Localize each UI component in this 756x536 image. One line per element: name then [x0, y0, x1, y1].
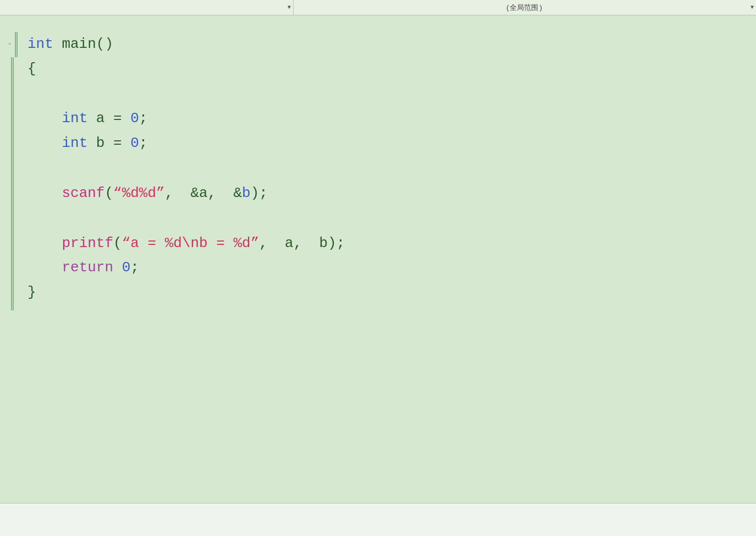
code-token: “%d%d”: [113, 181, 165, 206]
code-token: [27, 181, 62, 206]
code-token: int: [27, 32, 53, 57]
left-dropdown-arrow[interactable]: ▼: [288, 4, 291, 10]
right-dropdown-arrow[interactable]: ▼: [751, 4, 754, 10]
scope-label: (全局范围): [298, 3, 751, 13]
code-token: (: [104, 181, 113, 206]
code-token: , a, b);: [259, 231, 345, 256]
bottom-panel: [0, 503, 756, 536]
code-token: [27, 231, 62, 256]
code-line: [27, 206, 756, 231]
gutter: ▫: [0, 32, 22, 503]
code-token: [113, 255, 122, 280]
code-line: int main(): [27, 32, 756, 57]
code-line: [27, 156, 756, 181]
code-line: return 0;: [27, 255, 756, 280]
code-line: int a = 0;: [27, 106, 756, 131]
code-token: 0: [130, 106, 139, 131]
top-bar: ▼ (全局范围) ▼: [0, 0, 756, 15]
code-token: (: [113, 231, 122, 256]
code-token: b =: [87, 131, 130, 156]
top-bar-right: (全局范围) ▼: [294, 0, 754, 15]
code-token: 0: [130, 131, 139, 156]
code-token: scanf: [62, 181, 104, 206]
code-token: a =: [87, 106, 130, 131]
code-token: {: [27, 57, 36, 81]
code-token: “a = %d\nb = %d”: [122, 231, 260, 256]
code-line: [27, 81, 756, 106]
fold-marker-1[interactable]: ▫: [8, 39, 12, 50]
code-token: [27, 131, 62, 156]
code-token: 0: [122, 255, 131, 280]
code-token: , &a, &: [165, 181, 242, 206]
code-line: int b = 0;: [27, 131, 756, 156]
code-token: return: [62, 255, 113, 280]
code-token: [27, 106, 62, 131]
editor-area: ▫ int main(){ int a = 0; int b = 0; scan…: [0, 15, 756, 503]
code-token: [27, 255, 62, 280]
code-line: scanf(“%d%d”, &a, &b);: [27, 181, 756, 206]
code-line: {: [27, 57, 756, 81]
code-line: printf(“a = %d\nb = %d”, a, b);: [27, 231, 756, 256]
code-token: b: [242, 181, 251, 206]
code-token: int: [62, 106, 87, 131]
code-line: }: [27, 280, 756, 305]
code-token: ;: [139, 131, 148, 156]
code-token: ;: [139, 106, 148, 131]
code-token: }: [27, 280, 36, 305]
code-content[interactable]: int main(){ int a = 0; int b = 0; scanf(…: [22, 32, 756, 503]
top-bar-left: ▼: [2, 0, 294, 15]
code-token: printf: [62, 231, 113, 256]
code-token: main(): [53, 32, 113, 57]
code-token: ;: [130, 255, 139, 280]
code-token: int: [62, 131, 87, 156]
code-token: );: [251, 181, 268, 206]
